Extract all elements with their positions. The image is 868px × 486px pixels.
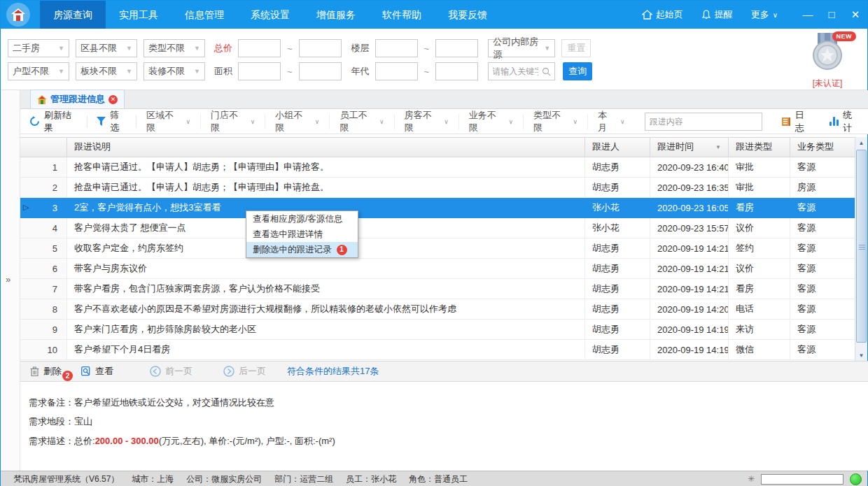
total-price-label: 总价 <box>214 42 232 55</box>
main-menu: 房源查询 实用工具 信息管理 系统设置 增值服务 软件帮助 我要反馈 <box>40 1 500 29</box>
col-header-desc[interactable]: 跟进说明 <box>67 138 585 157</box>
tenant-filter-dropdown[interactable]: 房客不限∨ <box>395 114 459 129</box>
year-min-input[interactable] <box>375 62 418 80</box>
scrollbar-thumb[interactable] <box>856 150 867 343</box>
filter-row-1: 二手房▼ 区县不限▼ 类型不限▼ 总价 ~ 楼层 ~ 公司内部房源▼ 重置 <box>8 39 591 57</box>
new-badge: NEW <box>832 31 857 41</box>
more-button[interactable]: 更多 ∨ <box>751 8 778 21</box>
prev-page-button[interactable]: 前一页 <box>140 361 202 382</box>
close-button[interactable]: ✕ <box>844 1 867 29</box>
district-select[interactable]: 区县不限▼ <box>76 39 137 57</box>
chevron-down-icon: ∨ <box>620 118 625 125</box>
expand-panel-toggle[interactable]: » <box>6 274 10 285</box>
table-scrollbar[interactable]: ▲ ▼ <box>855 137 867 361</box>
col-header-person[interactable]: 跟进人 <box>585 138 650 157</box>
decoration-select[interactable]: 装修不限▼ <box>144 62 205 80</box>
select-caret-icon: ▼ <box>126 68 132 75</box>
table-row[interactable]: 4 客户觉得太贵了 想便宜一点 张小花 2020-09-23 15:57 议价 … <box>20 218 856 238</box>
refresh-results-button[interactable]: 刷新结果 <box>20 114 87 129</box>
col-header-time[interactable]: 跟进时间▼ <box>650 138 729 157</box>
app-logo[interactable] <box>6 3 30 27</box>
type-filter-dropdown[interactable]: 类型不限∨ <box>524 114 588 129</box>
table-row[interactable]: 6 带客户与房东议价 胡志勇 2020-09-19 14:21 议价 客源 <box>20 259 856 279</box>
chevron-down-icon: ∨ <box>444 118 449 125</box>
table-row[interactable]: 9 客户来门店看房，初步筛除房龄较大的老小区 胡志勇 2020-09-19 14… <box>20 320 856 340</box>
table-row[interactable]: 2 抢盘申请已通过。【申请人】胡志勇；【申请理由】申请抢盘。 胡志勇 2020-… <box>20 178 856 198</box>
col-header-type[interactable]: 跟进类型 <box>729 138 790 157</box>
context-item-delete-followup[interactable]: 删除选中的跟进记录 1 <box>246 242 358 257</box>
minimize-button[interactable]: — <box>796 1 820 29</box>
demand-desc-label: 需求描述： <box>29 436 74 446</box>
bar-chart-icon <box>830 117 839 126</box>
col-header-biz[interactable]: 业务类型 <box>790 138 856 157</box>
tab-manage-followups[interactable]: 管理跟进信息 ✕ <box>30 90 125 108</box>
table-row[interactable]: 7 带客户看房，包含门店独家两套房源，客户认为价格不能接受 胡志勇 2020-0… <box>20 279 856 299</box>
followup-content-input[interactable] <box>645 113 762 131</box>
keyword-input[interactable] <box>492 66 538 76</box>
type-select[interactable]: 类型不限▼ <box>144 39 205 57</box>
table-row[interactable]: 5 收取客户定金，约房东签约 胡志勇 2020-09-19 14:21 签约 客… <box>20 238 856 259</box>
select-caret-icon: ▼ <box>194 68 200 75</box>
top-menu-bar: 房源查询 实用工具 信息管理 系统设置 增值服务 软件帮助 我要反馈 起始页 提… <box>1 1 867 29</box>
employee-filter-dropdown[interactable]: 员工不限∨ <box>330 114 394 129</box>
view-button[interactable]: 查看 <box>71 361 123 382</box>
area-min-input[interactable] <box>238 62 281 80</box>
menu-item-info-mgmt[interactable]: 信息管理 <box>172 1 237 29</box>
month-filter-dropdown[interactable]: 本月∨ <box>588 114 635 129</box>
arrow-right-circle-icon <box>223 366 234 377</box>
business-filter-dropdown[interactable]: 业务不限∨ <box>459 114 524 129</box>
layout-select[interactable]: 户型不限▼ <box>8 62 69 80</box>
demand-zone-value: 宝山 <box>74 416 92 427</box>
select-caret-icon: ▼ <box>544 45 550 52</box>
reset-button[interactable]: 重置 <box>561 39 591 57</box>
group-filter-dropdown[interactable]: 小组不限∨ <box>265 114 330 129</box>
filter-button[interactable]: 筛选 <box>88 114 136 129</box>
window-controls: — □ ✕ <box>796 1 867 29</box>
table-row[interactable]: 1 抢客申请已通过。【申请人】胡志勇；【申请理由】申请抢客。 胡志勇 2020-… <box>20 157 856 178</box>
tab-close-icon[interactable]: ✕ <box>108 95 118 104</box>
maximize-button[interactable]: □ <box>820 1 844 29</box>
year-label: 年代 <box>351 65 370 78</box>
app-version-text: 梵讯房屋管理系统（V6.57） <box>13 473 119 485</box>
context-item-view-listing-info[interactable]: 查看相应房源/客源信息 <box>246 211 358 227</box>
certification-badge[interactable]: NEW [未认证] <box>803 31 852 90</box>
table-row[interactable]: 8 客户不喜欢老破小的原因是不希望对房源进行大规模翻修，所以精装修的老破小依然可… <box>20 299 856 320</box>
menu-item-settings[interactable]: 系统设置 <box>237 1 303 29</box>
area-max-input[interactable] <box>299 62 342 80</box>
block-select[interactable]: 板块不限▼ <box>76 62 137 80</box>
statistics-button[interactable]: 统计 <box>820 114 868 129</box>
price-min-input[interactable] <box>238 39 281 57</box>
menu-item-property-search[interactable]: 房源查询 <box>40 1 106 29</box>
left-collapse-strip: » <box>1 90 20 471</box>
year-max-input[interactable] <box>435 62 478 80</box>
region-filter-dropdown[interactable]: 区域不限∨ <box>136 114 201 129</box>
demand-zone-label: 需求地段： <box>29 416 74 427</box>
menu-item-feedback[interactable]: 我要反馈 <box>435 1 500 29</box>
store-filter-dropdown[interactable]: 门店不限∨ <box>201 114 265 129</box>
menu-item-help[interactable]: 软件帮助 <box>369 1 435 29</box>
table-row-selected[interactable]: ▷3 2室，客户觉得有点小，想找3室看看 张小花 2020-09-23 16:0… <box>20 198 856 218</box>
floor-min-input[interactable] <box>375 39 418 57</box>
floor-max-input[interactable] <box>435 39 478 57</box>
search-icon[interactable] <box>542 67 551 76</box>
scroll-down-icon[interactable]: ▼ <box>855 350 867 361</box>
trash-icon <box>30 366 39 376</box>
price-max-input[interactable] <box>299 39 342 57</box>
query-button[interactable]: 查询 <box>563 62 592 80</box>
next-page-button[interactable]: 后一页 <box>214 361 276 382</box>
reminder-button[interactable]: 提醒 <box>701 8 733 21</box>
menu-item-value-services[interactable]: 增值服务 <box>303 1 369 29</box>
table-header-row: 跟进说明 跟进人 跟进时间▼ 跟进类型 业务类型 <box>20 137 856 157</box>
filter-row-2: 户型不限▼ 板块不限▼ 装修不限▼ 面积 ~ 年代 ~ 查询 <box>8 62 592 80</box>
demand-remark-line: 需求备注：客户希望近地铁或近公交站，对交通情况比较在意 <box>29 396 274 409</box>
context-item-view-followup-detail[interactable]: 查看选中跟进详情 <box>246 227 358 242</box>
home-page-button[interactable]: 起始页 <box>642 8 683 21</box>
delete-button[interactable]: 删除 2 <box>20 361 71 382</box>
log-button[interactable]: 日志 <box>772 114 821 129</box>
list-toolbar: 刷新结果 筛选 区域不限∨ 门店不限∨ 小组不限∨ 员工不限∨ 房客不限∨ 业务… <box>20 109 868 134</box>
internal-listing-select[interactable]: 公司内部房源▼ <box>488 39 555 57</box>
table-row[interactable]: 10 客户希望下个月4日看房 胡志勇 2020-09-19 14:19 微信 客… <box>20 340 856 360</box>
menu-item-tools[interactable]: 实用工具 <box>106 1 172 29</box>
listing-kind-select[interactable]: 二手房▼ <box>8 39 69 57</box>
scroll-up-icon[interactable]: ▲ <box>855 137 867 148</box>
